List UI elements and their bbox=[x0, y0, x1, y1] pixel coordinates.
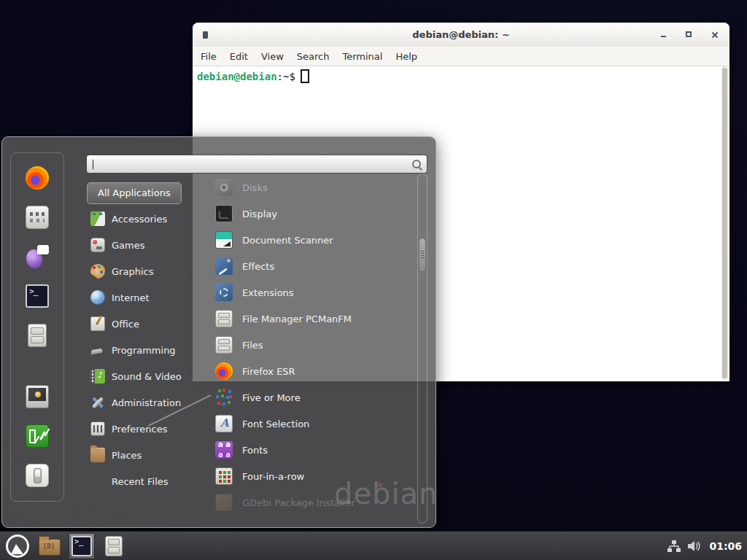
app-item[interactable]: GDebi Package Installer bbox=[205, 489, 418, 515]
effects-icon bbox=[215, 257, 233, 275]
category-label: Preferences bbox=[112, 424, 167, 435]
taskbar-button[interactable] bbox=[36, 533, 63, 559]
minimize-icon[interactable] bbox=[659, 31, 668, 39]
app-label: Fonts bbox=[242, 445, 268, 456]
control-center-icon bbox=[26, 206, 49, 229]
category-item[interactable]: Games bbox=[87, 232, 198, 258]
category-label: Programming bbox=[112, 345, 176, 356]
app-label: GDebi Package Installer bbox=[242, 497, 355, 508]
favorite-button[interactable] bbox=[25, 284, 50, 308]
menu-scrollbar[interactable] bbox=[417, 174, 427, 524]
taskbar-button[interactable] bbox=[69, 533, 95, 559]
office-icon bbox=[90, 316, 105, 331]
administration-icon bbox=[90, 395, 105, 410]
network-icon[interactable] bbox=[667, 540, 681, 552]
app-item[interactable]: Document Scanner bbox=[205, 227, 418, 253]
category-item[interactable]: Places bbox=[87, 442, 198, 468]
file-manager-pcmanfm-icon bbox=[215, 310, 233, 327]
search-input[interactable] bbox=[86, 155, 427, 174]
app-label: Font Selection bbox=[242, 419, 309, 429]
app-label: File Manager PCManFM bbox=[242, 314, 352, 324]
menubar-item[interactable]: Edit bbox=[230, 51, 248, 62]
category-label: Recent Files bbox=[112, 476, 169, 487]
menubar-item[interactable]: Terminal bbox=[342, 51, 382, 62]
clock[interactable]: 01:06 bbox=[709, 540, 742, 552]
category-item[interactable]: Programming bbox=[87, 337, 198, 363]
programming-icon bbox=[90, 343, 105, 357]
fonts-icon bbox=[215, 441, 233, 459]
category-label: Administration bbox=[112, 397, 181, 408]
app-item[interactable]: Five or More bbox=[205, 384, 418, 411]
maximize-icon[interactable] bbox=[685, 31, 694, 39]
category-item[interactable]: Recent Files bbox=[87, 468, 198, 494]
close-icon[interactable] bbox=[711, 31, 719, 39]
app-item[interactable]: Fonts bbox=[205, 437, 418, 463]
terminal-icon bbox=[26, 284, 49, 308]
prompt-user: debian@debian bbox=[197, 71, 277, 82]
app-item[interactable]: Display bbox=[205, 201, 418, 227]
taskbar-button[interactable] bbox=[4, 533, 31, 559]
taskbar: 01:06 bbox=[0, 531, 747, 560]
gdebi-package-installer-icon bbox=[215, 494, 233, 511]
category-label: Sound & Video bbox=[112, 371, 182, 382]
volume-icon[interactable] bbox=[688, 540, 702, 552]
app-item[interactable]: Disks bbox=[205, 174, 418, 201]
favorite-button[interactable] bbox=[25, 205, 50, 230]
application-menu: All Applications Accessories Games Graph… bbox=[1, 136, 436, 528]
games-icon bbox=[90, 238, 105, 252]
category-item[interactable]: Administration bbox=[87, 389, 198, 416]
category-label: Internet bbox=[112, 292, 150, 303]
all-applications-button[interactable]: All Applications bbox=[87, 182, 182, 204]
app-label: Five or More bbox=[242, 392, 301, 403]
graphics-icon bbox=[90, 264, 105, 279]
category-item[interactable]: Internet bbox=[87, 284, 198, 311]
category-item[interactable]: Accessories bbox=[87, 206, 198, 232]
screen: debian debian@debian: ~ FileEditViewSear… bbox=[0, 0, 747, 560]
menu-scrollbar-thumb[interactable] bbox=[419, 238, 426, 272]
category-item[interactable]: Office bbox=[87, 311, 198, 337]
app-item[interactable]: Firefox ESR bbox=[205, 358, 418, 384]
app-item[interactable]: Four-in-a-row bbox=[205, 463, 418, 489]
category-label: Places bbox=[112, 450, 142, 461]
app-item[interactable]: Files bbox=[205, 332, 418, 358]
favorite-button[interactable] bbox=[25, 323, 50, 348]
menubar-item[interactable]: Help bbox=[395, 51, 417, 62]
font-selection-icon bbox=[215, 415, 233, 432]
app-label: Firefox ESR bbox=[242, 366, 295, 377]
app-label: Four-in-a-row bbox=[242, 471, 304, 482]
system-tray: 01:06 bbox=[667, 540, 747, 552]
taskbar-launchers bbox=[4, 533, 127, 559]
favorite-button[interactable] bbox=[25, 463, 50, 488]
app-item[interactable]: Effects bbox=[205, 253, 418, 279]
app-label: Display bbox=[242, 209, 277, 219]
favorite-button[interactable] bbox=[25, 424, 50, 448]
favorite-button[interactable] bbox=[25, 244, 50, 269]
app-item[interactable]: File Manager PCManFM bbox=[205, 306, 418, 332]
app-label: Document Scanner bbox=[242, 235, 333, 246]
menubar-item[interactable]: File bbox=[201, 51, 217, 62]
magnifier-icon bbox=[412, 160, 421, 168]
prompt-line: debian@debian:~$ bbox=[197, 69, 309, 83]
sound-video-icon bbox=[90, 369, 105, 384]
pidgin-icon bbox=[26, 245, 49, 268]
lock-screen-icon bbox=[26, 385, 49, 408]
favorite-button[interactable] bbox=[25, 384, 50, 409]
terminal-titlebar[interactable]: debian@debian: ~ bbox=[193, 23, 729, 47]
menubar-item[interactable]: Search bbox=[297, 51, 330, 62]
category-label: Graphics bbox=[112, 266, 153, 277]
terminal-scrollbar[interactable] bbox=[721, 66, 728, 380]
app-item[interactable]: Extensions bbox=[205, 279, 418, 306]
category-item[interactable]: Sound & Video bbox=[87, 363, 198, 389]
terminal-scrollbar-thumb[interactable] bbox=[722, 68, 727, 378]
prompt-suffix: :~$ bbox=[277, 71, 295, 82]
menubar-item[interactable]: View bbox=[261, 51, 284, 62]
favorite-button[interactable] bbox=[25, 166, 50, 190]
text-caret bbox=[93, 160, 93, 169]
window-title: debian@debian: ~ bbox=[412, 29, 509, 40]
files-icon bbox=[105, 536, 123, 556]
category-item[interactable]: Graphics bbox=[87, 258, 198, 284]
category-item[interactable]: Preferences bbox=[87, 416, 198, 442]
taskbar-button[interactable] bbox=[101, 533, 127, 559]
app-item[interactable]: Font Selection bbox=[205, 411, 418, 437]
internet-icon bbox=[90, 290, 105, 305]
